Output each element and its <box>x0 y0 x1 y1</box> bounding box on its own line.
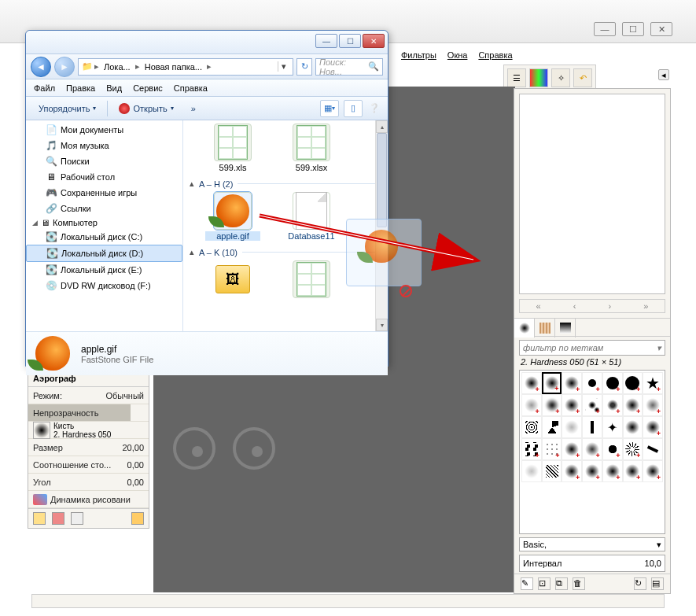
dock-collapse-icon[interactable]: ◂ <box>658 69 669 80</box>
gimp-minimize-button[interactable]: — <box>594 22 616 36</box>
menu-edit[interactable]: Правка <box>66 83 95 93</box>
filter-caret-icon[interactable]: ▾ <box>657 343 661 353</box>
organize-button[interactable]: Упорядочить ▾ <box>32 101 102 116</box>
angle-value[interactable]: 0,00 <box>127 478 144 487</box>
explorer-close-button[interactable]: ✕ <box>363 34 385 48</box>
expand-icon[interactable]: ◢ <box>32 219 38 227</box>
gimp-close-button[interactable]: ✕ <box>650 22 672 36</box>
brush-grid[interactable]: + + + + + + ★+ + + + + + + + ✦ + + + + +… <box>519 370 665 534</box>
menu-file[interactable]: Файл <box>34 83 55 93</box>
refresh-button[interactable]: ↻ <box>296 58 312 76</box>
menu-filters[interactable]: Фильтры <box>401 50 436 60</box>
breadcrumb[interactable]: 📁 ▸ Лока... ▸ Новая папка... ▸ ▾ <box>78 58 293 76</box>
patterns-tab[interactable] <box>535 319 555 338</box>
gimp-maximize-button[interactable]: ☐ <box>622 22 644 36</box>
menu-view[interactable]: Вид <box>106 83 122 93</box>
breadcrumb-seg-0[interactable]: Лока... <box>101 62 134 72</box>
angle-row[interactable]: Угол 0,00 <box>28 474 149 491</box>
brush-preset-select[interactable]: Basic, ▾ <box>519 537 665 551</box>
search-icon[interactable]: 🔍 <box>368 61 379 72</box>
breadcrumb-dropdown-icon[interactable]: ▾ <box>278 61 289 72</box>
delete-options-icon[interactable] <box>71 512 83 525</box>
menu-tools[interactable]: Сервис <box>133 83 163 93</box>
opacity-slider[interactable]: Непрозрачность <box>28 404 149 422</box>
del-brush-icon[interactable]: 🗑 <box>573 577 585 590</box>
file-item[interactable]: 599.xlsx <box>284 124 339 172</box>
scroll-down-icon[interactable]: ▾ <box>376 319 388 331</box>
scroll-up-icon[interactable]: ▴ <box>376 120 388 133</box>
size-value[interactable]: 20,00 <box>122 443 144 452</box>
more-button[interactable]: » <box>185 101 202 116</box>
tree-item-drive[interactable]: 💽Локальный диск (D:) <box>26 245 182 262</box>
channels-tab-icon[interactable] <box>529 68 548 87</box>
restore-options-icon[interactable] <box>52 512 64 525</box>
ratio-value[interactable]: 0,00 <box>127 460 144 470</box>
paths-tab-icon[interactable]: ✧ <box>551 68 570 87</box>
preset-caret-icon[interactable]: ▾ <box>657 540 661 550</box>
file-item-apple[interactable]: apple.gif <box>205 192 260 241</box>
nav-last-icon[interactable]: » <box>643 301 648 311</box>
brush-filter-input[interactable]: фильтр по меткам ▾ <box>519 340 665 356</box>
layers-tab-icon[interactable]: ☰ <box>507 68 526 87</box>
nav-next-icon[interactable]: › <box>609 301 612 311</box>
tree-item[interactable]: 🎮Сохраненные игры <box>26 185 182 201</box>
tree-group-computer[interactable]: ◢🖥Компьютер <box>26 216 182 229</box>
view-button[interactable]: ▦ ▾ <box>320 100 339 117</box>
breadcrumb-arrow-icon[interactable]: ▸ <box>207 61 212 72</box>
brush-spacing-input[interactable]: Интервал 10,0 <box>519 555 665 572</box>
menu-windows[interactable]: Окна <box>447 50 468 60</box>
scroll-thumb[interactable] <box>377 133 387 227</box>
file-item[interactable] <box>284 260 339 300</box>
explorer-titlebar[interactable]: — ☐ ✕ <box>26 31 388 54</box>
search-input[interactable]: Поиск: Нов... 🔍 <box>315 58 383 76</box>
breadcrumb-arrow-icon[interactable]: ▸ <box>135 61 140 72</box>
save-options-icon[interactable] <box>33 512 46 525</box>
nav-back-button[interactable]: ◄ <box>31 57 51 77</box>
menu-help[interactable]: Справка <box>174 83 208 93</box>
file-item[interactable]: 🖼 <box>205 260 260 300</box>
gradients-tab[interactable] <box>555 319 576 338</box>
explorer-maximize-button[interactable]: ☐ <box>339 34 361 48</box>
collapse-icon[interactable]: ▴ <box>190 247 194 257</box>
brushes-tab[interactable] <box>514 319 535 338</box>
menu-help[interactable]: Справка <box>478 50 512 60</box>
open-brush-icon[interactable]: ▤ <box>651 577 664 590</box>
tree-item[interactable]: 🔗Ссылки <box>26 201 182 216</box>
nav-first-icon[interactable]: « <box>536 301 541 311</box>
file-item-database[interactable]: Database11 <box>284 192 339 241</box>
spacing-value[interactable]: 10,0 <box>645 559 661 568</box>
details-thumbnail <box>35 336 72 372</box>
gimp-dock-tabs: ☰ ✧ ↶ <box>503 65 596 91</box>
tree-item[interactable]: 🔍Поиски <box>26 153 182 169</box>
tree-item[interactable]: 📄Мои документы <box>26 122 182 138</box>
collapse-icon[interactable]: ▴ <box>190 179 194 189</box>
folder-tree[interactable]: 📄Мои документы🎵Моя музыка🔍Поиски🖥Рабочий… <box>26 120 183 331</box>
ratio-row[interactable]: Соотношение сто... 0,00 <box>28 456 149 474</box>
refresh-brush-icon[interactable]: ↻ <box>634 577 646 590</box>
brush-thumb-icon[interactable] <box>33 422 50 439</box>
nav-prev-icon[interactable]: ‹ <box>573 301 576 311</box>
breadcrumb-arrow-icon[interactable]: ▸ <box>94 61 99 72</box>
reset-options-icon[interactable] <box>131 512 144 525</box>
size-row[interactable]: Размер 20,00 <box>28 439 149 456</box>
tree-item[interactable]: 🖥Рабочий стол <box>26 169 182 185</box>
preview-pane-button[interactable]: ▯ <box>344 100 363 117</box>
dynamics-row[interactable]: Динамика рисовани <box>28 491 149 508</box>
undo-tab-icon[interactable]: ↶ <box>573 68 592 87</box>
explorer-minimize-button[interactable]: — <box>315 34 337 48</box>
open-button[interactable]: Открыть ▾ <box>112 101 179 116</box>
tree-item-drive[interactable]: 💽Локальный диск (E:) <box>26 262 182 278</box>
group-header[interactable]: ▴ A – H (2) <box>190 179 381 189</box>
tree-item-drive[interactable]: 💽Локальный диск (C:) <box>26 229 182 245</box>
tree-item-drive[interactable]: 💿DVD RW дисковод (F:) <box>26 278 182 293</box>
breadcrumb-seg-1[interactable]: Новая папка... <box>142 62 205 72</box>
new-brush-icon[interactable]: ⊡ <box>538 577 551 590</box>
edit-brush-icon[interactable]: ✎ <box>521 577 533 590</box>
tree-item[interactable]: 🎵Моя музыка <box>26 138 182 153</box>
mode-value[interactable]: Обычный <box>105 391 144 400</box>
file-item[interactable]: 599.xls <box>205 124 260 172</box>
dup-brush-icon[interactable]: ⧉ <box>555 577 568 590</box>
help-button[interactable]: ❔ <box>367 100 381 117</box>
brush-row[interactable]: Кисть 2. Hardness 050 <box>28 422 149 439</box>
nav-forward-button[interactable]: ► <box>54 57 75 77</box>
